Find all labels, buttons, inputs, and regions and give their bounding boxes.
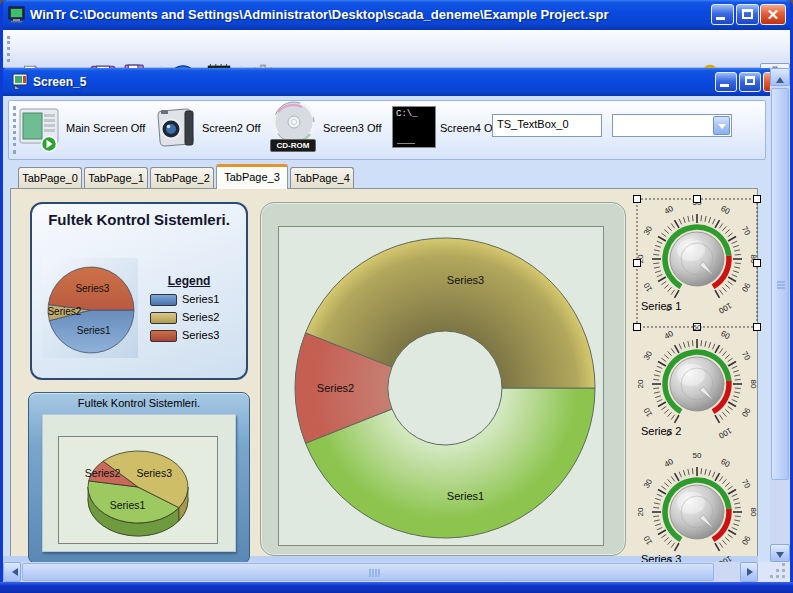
knob-tick: [657, 527, 662, 529]
knob-label: Series 2: [641, 425, 681, 437]
screen3-button-label[interactable]: Screen3 Off: [323, 122, 382, 134]
screen4-button-label[interactable]: Screen4 Off: [440, 122, 499, 134]
scroll-down-button[interactable]: [770, 544, 790, 562]
knob-tick: [735, 263, 741, 264]
child-window-title: Screen_5: [33, 67, 86, 97]
knob-tick: [719, 415, 723, 420]
wintr-main-window: WinTr C:\Documents and Settings\Administ…: [0, 0, 793, 593]
knob-tick: [654, 392, 660, 393]
selection-handle[interactable]: [634, 260, 641, 267]
knob-tick: [664, 284, 668, 288]
minimize-icon: [716, 17, 725, 20]
vertical-scroll-thumb[interactable]: [771, 88, 789, 480]
camera-icon[interactable]: [152, 103, 200, 153]
tab-tabpage-0[interactable]: TabPage_0: [18, 167, 82, 189]
knob-tick: [722, 226, 726, 230]
knob-tick: [719, 223, 723, 228]
knob-tick: [712, 219, 714, 224]
knob-scale-number: 70: [740, 225, 753, 238]
child-window-titlebar: Screen_5 ✕: [3, 68, 790, 96]
combobox-dropdown-icon[interactable]: [713, 116, 730, 135]
slice-label: Series2: [47, 306, 81, 317]
knob-tick: [732, 274, 737, 276]
knob-tick: [715, 290, 720, 298]
knob-tick: [722, 287, 726, 291]
knob-tick: [728, 534, 733, 538]
cdrom-icon[interactable]: [268, 100, 320, 144]
horizontal-scroll-thumb[interactable]: [22, 563, 714, 581]
knob-scale-number: 40: [663, 329, 676, 342]
selection-handle[interactable]: [754, 196, 761, 203]
selection-handle[interactable]: [634, 196, 641, 203]
screen-toolbar-grip[interactable]: [13, 106, 16, 154]
knob-tick: [735, 379, 741, 380]
tab-tabpage-2[interactable]: TabPage_2: [150, 167, 214, 189]
knob-scale-number: 50: [693, 451, 702, 460]
knob-tick: [725, 483, 729, 487]
knob-tick: [655, 271, 661, 273]
scroll-right-button[interactable]: [740, 562, 758, 582]
knob-scale-number: 80: [749, 380, 758, 389]
knob-tick: [715, 345, 720, 353]
tab-tabpage-1[interactable]: TabPage_1: [84, 167, 148, 189]
horizontal-scrollbar[interactable]: [3, 562, 758, 582]
vertical-scrollbar[interactable]: [770, 68, 790, 562]
knob-tick: [664, 355, 668, 359]
knob-tick: [664, 230, 668, 234]
screen2-button-label[interactable]: Screen2 Off: [202, 122, 261, 134]
ts-textbox[interactable]: TS_TextBox_0: [492, 114, 602, 137]
knob-scale-number: 20: [636, 379, 645, 388]
monitor-icon[interactable]: [18, 106, 64, 152]
tab-tabpage-4[interactable]: TabPage_4: [290, 167, 354, 189]
maximize-icon: [745, 76, 755, 85]
knob-tick: [657, 399, 662, 401]
knob-tick: [715, 220, 720, 228]
child-maximize-button[interactable]: [739, 72, 761, 92]
panel2-title: Fultek Kontrol Sistemleri.: [28, 397, 250, 409]
scroll-left-button[interactable]: [3, 562, 21, 582]
knob-tick: [733, 271, 739, 273]
knob-tick: [725, 355, 729, 359]
slice-label: Series3: [136, 467, 172, 479]
resize-grip-icon[interactable]: [770, 563, 788, 581]
knob-tick: [654, 250, 660, 251]
console-icon[interactable]: C:\_: [392, 106, 436, 148]
knob-tick: [735, 388, 741, 389]
maximize-button[interactable]: [736, 4, 759, 25]
slice-label: Series1: [447, 490, 484, 502]
knob-scale-number: 100: [717, 426, 734, 441]
knob-series-2[interactable]: 0102030405060708090100Series 2: [627, 314, 769, 460]
knob-scale-number: 60: [719, 204, 732, 217]
knob-tick: [733, 245, 739, 247]
knob-tick: [732, 527, 737, 529]
knob-tick: [705, 216, 706, 222]
legend-label: Series3: [182, 329, 219, 341]
knob-tick: [679, 219, 681, 224]
knob-tick: [664, 409, 668, 413]
window-border-bottom: [0, 582, 793, 593]
minimize-button[interactable]: [711, 4, 734, 25]
knob-tick: [683, 217, 685, 223]
selection-handle[interactable]: [754, 260, 761, 267]
screen-combobox[interactable]: [612, 114, 732, 137]
knob-scale-number: 10: [642, 534, 655, 547]
tab-tabpage-3[interactable]: TabPage_3: [216, 164, 288, 189]
knob-tick: [709, 470, 711, 476]
knob-tick: [728, 358, 733, 362]
child-minimize-button[interactable]: [715, 72, 737, 92]
close-button[interactable]: ✕: [760, 4, 786, 25]
knob-tick: [668, 287, 672, 291]
knob-scale-number: 60: [719, 457, 732, 470]
knob-tick: [722, 351, 726, 355]
main-screen-button-label[interactable]: Main Screen Off: [66, 122, 145, 134]
knob-tick: [719, 290, 723, 295]
knob-tick: [728, 362, 736, 367]
knob-tick: [734, 267, 740, 268]
toolbar-grip[interactable]: [7, 36, 10, 62]
knob-tick: [728, 402, 736, 407]
selection-handle[interactable]: [694, 196, 701, 203]
scroll-up-button[interactable]: [770, 68, 790, 86]
knob-tick: [679, 344, 681, 349]
knob-scale-number: 10: [642, 281, 655, 294]
child-window-icon: [12, 73, 29, 90]
